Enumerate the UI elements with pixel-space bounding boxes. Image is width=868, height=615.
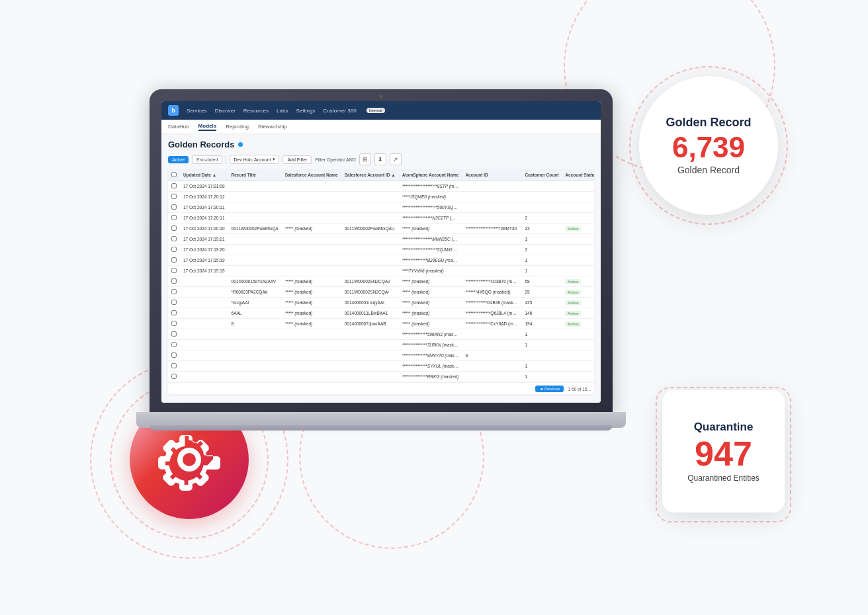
table-cell [462,213,521,224]
filter-row: Active End-dated Dev Hub: Account ▾ Add … [168,153,594,165]
row-checkbox[interactable] [171,374,177,379]
nav-labs[interactable]: Labs [277,108,288,114]
row-checkbox[interactable] [171,247,177,252]
quarantine-label: Quarantine [694,421,754,434]
row-checkbox[interactable] [171,321,177,326]
table-row: *R00623PA2CQAd***** (masked)0011W00002SN… [168,287,594,298]
table-cell: ***************SYXUL (masked) [399,361,462,372]
row-checkbox[interactable] [171,183,177,188]
table-cell [562,245,594,255]
table-cell: 8 [228,319,282,329]
table-row: 8***** (masked)0014000007JpwrAAB***** (m… [168,319,594,329]
nav-resources[interactable]: Resources [243,108,269,114]
subnav-reporting[interactable]: Reporting [226,124,249,130]
table-cell [562,329,594,340]
table-cell [562,372,594,382]
nav-services[interactable]: Services [187,108,207,114]
table-icon-btn-1[interactable]: ⊞ [359,153,371,165]
table-cell [341,192,399,202]
ended-filter-btn[interactable]: End-dated [192,155,222,164]
table-cell: 8 [462,350,521,361]
table-cell [282,181,341,192]
table-cell [562,350,594,361]
table-cell: 25 [521,287,562,298]
table-cell [341,361,399,372]
laptop-screen-outer: b Services Discover Resources Labs Setti… [150,89,613,413]
nav-customer360[interactable]: Customer 360 [323,108,356,114]
table-row: 17 Oct 2024 17:20:12*****ISQME0 (masked) [168,192,594,202]
table-row: 17 Oct 2024 17:19:20********************… [168,245,594,255]
row-checkbox[interactable] [171,215,177,220]
table-cell [282,245,341,255]
col-sf-account-name[interactable]: Salesforce Account Name [282,169,341,181]
nav-discover[interactable]: Discover [215,108,236,114]
subnav-datahub[interactable]: DataHub [168,124,189,130]
row-checkbox[interactable] [171,278,177,284]
col-account-status[interactable]: Account Status [562,169,594,181]
col-sf-account-id[interactable]: Salesforce Account ID ▲ [341,169,399,181]
table-cell [180,276,228,287]
table-icon-btn-2[interactable]: ⬇ [374,153,386,165]
table-cell: Active [562,276,594,287]
nav-settings[interactable]: Settings [296,108,315,114]
row-checkbox[interactable] [171,342,177,347]
table-cell [180,308,228,319]
table-cell [462,255,521,266]
col-account-id[interactable]: Account ID [462,169,521,181]
table-row: *ncqyAAl***** (masked)0014000001ncqyAAl*… [168,298,594,308]
table-cell [562,234,594,245]
table-cell: ***************Q6JBL4 (masked) [462,308,521,319]
table-cell: ***** (masked) [399,319,462,329]
camera-dot [379,95,383,99]
row-checkbox[interactable] [171,331,177,337]
table-cell [562,361,594,372]
table-cell [228,202,282,213]
app-subnav: DataHub Models Reporting Stewardship [161,120,601,134]
page-info: 1-50 of 15... [568,387,591,391]
hub-dropdown[interactable]: Dev Hub: Account ▾ [230,155,279,164]
row-checkbox[interactable] [171,352,177,358]
table-cell [521,202,562,213]
table-cell [282,266,341,276]
table-row: ***************RRKG (masked)1 [168,372,594,382]
row-checkbox[interactable] [171,268,177,273]
nav-internal-badge: Internal [367,108,385,113]
row-checkbox[interactable] [171,257,177,263]
prev-page-btn[interactable]: ◄ Previous [535,386,564,392]
select-all-checkbox[interactable] [171,172,177,177]
table-cell: 435 [521,298,562,308]
table-cell [521,350,562,361]
row-checkbox[interactable] [171,204,177,210]
row-checkbox[interactable] [171,236,177,241]
col-record-title[interactable]: Record Title [228,169,282,181]
subnav-stewardship[interactable]: Stewardship [258,124,287,130]
table-cell: *****ISQME0 (masked) [399,192,462,202]
active-filter-btn[interactable]: Active [168,156,189,163]
row-checkbox[interactable] [171,226,177,231]
table-cell [228,266,282,276]
table-cell: 23 [521,224,562,234]
table-cell [228,329,282,340]
col-atom-account-name[interactable]: AtomSphere Account Name [399,169,462,181]
row-checkbox[interactable] [171,289,177,294]
col-customer-count[interactable]: Customer Count [521,169,562,181]
table-cell: 0014000011LBwBAA1 [341,308,399,319]
row-checkbox[interactable] [171,300,177,305]
row-checkbox[interactable] [171,363,177,368]
row-checkbox[interactable] [171,310,177,315]
card-golden-record: Golden Record 6,739 Golden Record [639,76,778,215]
golden-records-table: Updated Date ▲ Record Title Salesforce A… [168,169,594,382]
row-checkbox[interactable] [171,194,177,199]
table-cell [180,287,228,298]
table-cell: 2 [521,245,562,255]
table-row: ***************SYXUL (masked)1 [168,361,594,372]
col-checkbox [168,169,180,181]
table-cell: 0011W00002SN2CQAr [341,287,399,298]
subnav-models[interactable]: Models [198,123,217,131]
col-updated-date[interactable]: Updated Date ▲ [180,169,228,181]
add-filter-btn[interactable]: Add Filter [282,155,312,164]
table-cell [562,266,594,276]
table-icon-btn-3[interactable]: ↗ [390,153,402,165]
table-cell [180,319,228,329]
table-cell [462,266,521,276]
